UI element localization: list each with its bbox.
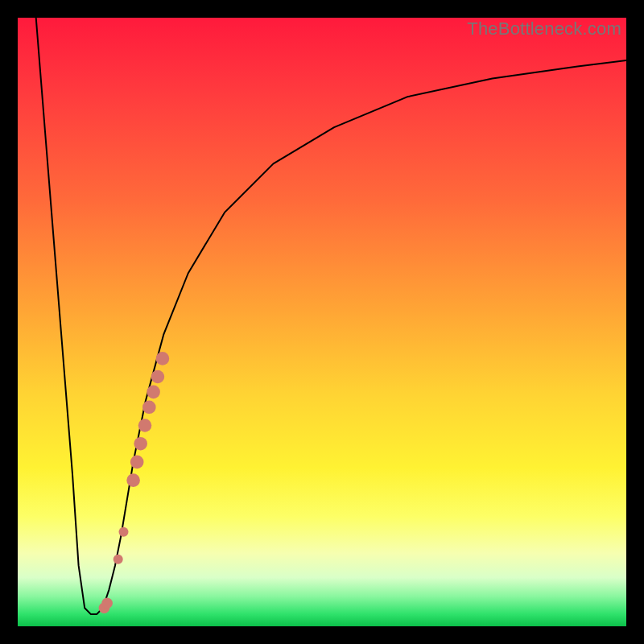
marker-dot — [101, 598, 113, 609]
curve-markers — [99, 352, 170, 613]
marker-dot — [142, 401, 156, 415]
curve-layer — [18, 18, 626, 626]
marker-dot — [114, 555, 123, 564]
plot-area: TheBottleneck.com — [18, 18, 626, 626]
marker-dot — [126, 473, 140, 487]
marker-dot — [134, 437, 147, 451]
marker-dot — [130, 456, 144, 469]
marker-dot — [119, 527, 129, 537]
bottleneck-curve — [36, 18, 626, 614]
marker-dot — [151, 370, 165, 384]
marker-dot — [147, 386, 160, 399]
chart-frame: TheBottleneck.com — [0, 0, 644, 644]
marker-dot — [156, 352, 170, 365]
marker-dot — [138, 419, 152, 432]
